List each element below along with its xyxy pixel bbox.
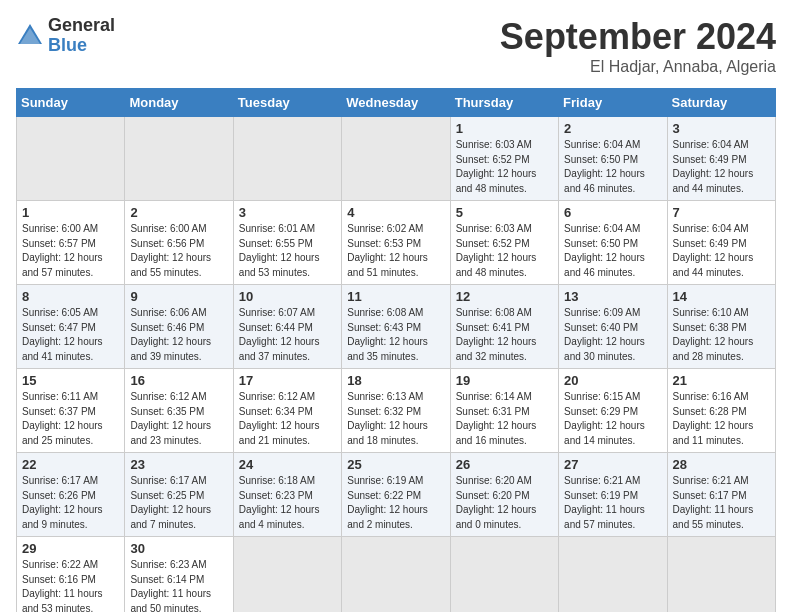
day-info: Sunrise: 6:18 AM Sunset: 6:23 PM Dayligh… [239,474,336,532]
day-info: Sunrise: 6:12 AM Sunset: 6:34 PM Dayligh… [239,390,336,448]
day-number: 1 [22,205,119,220]
calendar-cell [342,117,450,201]
calendar-week-row: 1 Sunrise: 6:03 AM Sunset: 6:52 PM Dayli… [17,117,776,201]
day-info: Sunrise: 6:03 AM Sunset: 6:52 PM Dayligh… [456,138,553,196]
calendar-cell: 19 Sunrise: 6:14 AM Sunset: 6:31 PM Dayl… [450,369,558,453]
header-cell-friday: Friday [559,89,667,117]
day-info: Sunrise: 6:08 AM Sunset: 6:43 PM Dayligh… [347,306,444,364]
day-number: 6 [564,205,661,220]
day-number: 26 [456,457,553,472]
day-info: Sunrise: 6:04 AM Sunset: 6:50 PM Dayligh… [564,138,661,196]
day-info: Sunrise: 6:12 AM Sunset: 6:35 PM Dayligh… [130,390,227,448]
day-info: Sunrise: 6:03 AM Sunset: 6:52 PM Dayligh… [456,222,553,280]
day-number: 4 [347,205,444,220]
calendar-cell [233,117,341,201]
calendar-cell: 18 Sunrise: 6:13 AM Sunset: 6:32 PM Dayl… [342,369,450,453]
day-info: Sunrise: 6:04 AM Sunset: 6:49 PM Dayligh… [673,138,770,196]
day-number: 1 [456,121,553,136]
day-number: 3 [239,205,336,220]
day-info: Sunrise: 6:11 AM Sunset: 6:37 PM Dayligh… [22,390,119,448]
day-number: 19 [456,373,553,388]
calendar-cell [559,537,667,613]
calendar-cell: 20 Sunrise: 6:15 AM Sunset: 6:29 PM Dayl… [559,369,667,453]
day-info: Sunrise: 6:16 AM Sunset: 6:28 PM Dayligh… [673,390,770,448]
calendar-cell [450,537,558,613]
calendar-cell: 23 Sunrise: 6:17 AM Sunset: 6:25 PM Dayl… [125,453,233,537]
day-number: 14 [673,289,770,304]
day-info: Sunrise: 6:05 AM Sunset: 6:47 PM Dayligh… [22,306,119,364]
calendar-cell: 25 Sunrise: 6:19 AM Sunset: 6:22 PM Dayl… [342,453,450,537]
calendar-cell: 27 Sunrise: 6:21 AM Sunset: 6:19 PM Dayl… [559,453,667,537]
calendar-cell [233,537,341,613]
header-cell-monday: Monday [125,89,233,117]
day-number: 23 [130,457,227,472]
calendar-cell [342,537,450,613]
day-info: Sunrise: 6:21 AM Sunset: 6:17 PM Dayligh… [673,474,770,532]
day-info: Sunrise: 6:08 AM Sunset: 6:41 PM Dayligh… [456,306,553,364]
calendar-cell: 29 Sunrise: 6:22 AM Sunset: 6:16 PM Dayl… [17,537,125,613]
calendar-week-row: 1 Sunrise: 6:00 AM Sunset: 6:57 PM Dayli… [17,201,776,285]
calendar-cell: 3 Sunrise: 6:04 AM Sunset: 6:49 PM Dayli… [667,117,775,201]
day-info: Sunrise: 6:14 AM Sunset: 6:31 PM Dayligh… [456,390,553,448]
calendar-cell: 2 Sunrise: 6:04 AM Sunset: 6:50 PM Dayli… [559,117,667,201]
day-info: Sunrise: 6:00 AM Sunset: 6:57 PM Dayligh… [22,222,119,280]
day-info: Sunrise: 6:07 AM Sunset: 6:44 PM Dayligh… [239,306,336,364]
calendar-cell: 21 Sunrise: 6:16 AM Sunset: 6:28 PM Dayl… [667,369,775,453]
calendar-cell [17,117,125,201]
day-info: Sunrise: 6:09 AM Sunset: 6:40 PM Dayligh… [564,306,661,364]
calendar-cell [125,117,233,201]
day-number: 24 [239,457,336,472]
calendar-cell: 14 Sunrise: 6:10 AM Sunset: 6:38 PM Dayl… [667,285,775,369]
header-cell-thursday: Thursday [450,89,558,117]
day-info: Sunrise: 6:19 AM Sunset: 6:22 PM Dayligh… [347,474,444,532]
day-info: Sunrise: 6:04 AM Sunset: 6:49 PM Dayligh… [673,222,770,280]
day-info: Sunrise: 6:22 AM Sunset: 6:16 PM Dayligh… [22,558,119,612]
calendar-cell: 6 Sunrise: 6:04 AM Sunset: 6:50 PM Dayli… [559,201,667,285]
day-info: Sunrise: 6:17 AM Sunset: 6:26 PM Dayligh… [22,474,119,532]
day-info: Sunrise: 6:01 AM Sunset: 6:55 PM Dayligh… [239,222,336,280]
day-info: Sunrise: 6:04 AM Sunset: 6:50 PM Dayligh… [564,222,661,280]
calendar-cell [667,537,775,613]
calendar-cell: 26 Sunrise: 6:20 AM Sunset: 6:20 PM Dayl… [450,453,558,537]
month-title: September 2024 [500,16,776,58]
calendar-header-row: SundayMondayTuesdayWednesdayThursdayFrid… [17,89,776,117]
calendar-week-row: 29 Sunrise: 6:22 AM Sunset: 6:16 PM Dayl… [17,537,776,613]
day-info: Sunrise: 6:13 AM Sunset: 6:32 PM Dayligh… [347,390,444,448]
location: El Hadjar, Annaba, Algeria [500,58,776,76]
day-number: 25 [347,457,444,472]
header-cell-sunday: Sunday [17,89,125,117]
calendar-cell: 11 Sunrise: 6:08 AM Sunset: 6:43 PM Dayl… [342,285,450,369]
logo: General Blue [16,16,115,56]
calendar-cell: 8 Sunrise: 6:05 AM Sunset: 6:47 PM Dayli… [17,285,125,369]
day-number: 27 [564,457,661,472]
day-number: 11 [347,289,444,304]
header-cell-saturday: Saturday [667,89,775,117]
day-number: 12 [456,289,553,304]
day-info: Sunrise: 6:02 AM Sunset: 6:53 PM Dayligh… [347,222,444,280]
calendar-cell: 10 Sunrise: 6:07 AM Sunset: 6:44 PM Dayl… [233,285,341,369]
calendar-cell: 7 Sunrise: 6:04 AM Sunset: 6:49 PM Dayli… [667,201,775,285]
header-cell-wednesday: Wednesday [342,89,450,117]
day-number: 2 [564,121,661,136]
day-info: Sunrise: 6:21 AM Sunset: 6:19 PM Dayligh… [564,474,661,532]
logo-icon [16,22,44,50]
calendar-cell: 13 Sunrise: 6:09 AM Sunset: 6:40 PM Dayl… [559,285,667,369]
day-number: 15 [22,373,119,388]
calendar-cell: 12 Sunrise: 6:08 AM Sunset: 6:41 PM Dayl… [450,285,558,369]
calendar-cell: 2 Sunrise: 6:00 AM Sunset: 6:56 PM Dayli… [125,201,233,285]
calendar-cell: 22 Sunrise: 6:17 AM Sunset: 6:26 PM Dayl… [17,453,125,537]
day-number: 7 [673,205,770,220]
calendar-cell: 16 Sunrise: 6:12 AM Sunset: 6:35 PM Dayl… [125,369,233,453]
logo-text: General Blue [48,16,115,56]
day-number: 22 [22,457,119,472]
day-info: Sunrise: 6:20 AM Sunset: 6:20 PM Dayligh… [456,474,553,532]
day-number: 10 [239,289,336,304]
day-number: 8 [22,289,119,304]
day-info: Sunrise: 6:17 AM Sunset: 6:25 PM Dayligh… [130,474,227,532]
day-number: 9 [130,289,227,304]
day-number: 21 [673,373,770,388]
calendar-week-row: 15 Sunrise: 6:11 AM Sunset: 6:37 PM Dayl… [17,369,776,453]
day-info: Sunrise: 6:15 AM Sunset: 6:29 PM Dayligh… [564,390,661,448]
calendar-week-row: 8 Sunrise: 6:05 AM Sunset: 6:47 PM Dayli… [17,285,776,369]
day-number: 29 [22,541,119,556]
